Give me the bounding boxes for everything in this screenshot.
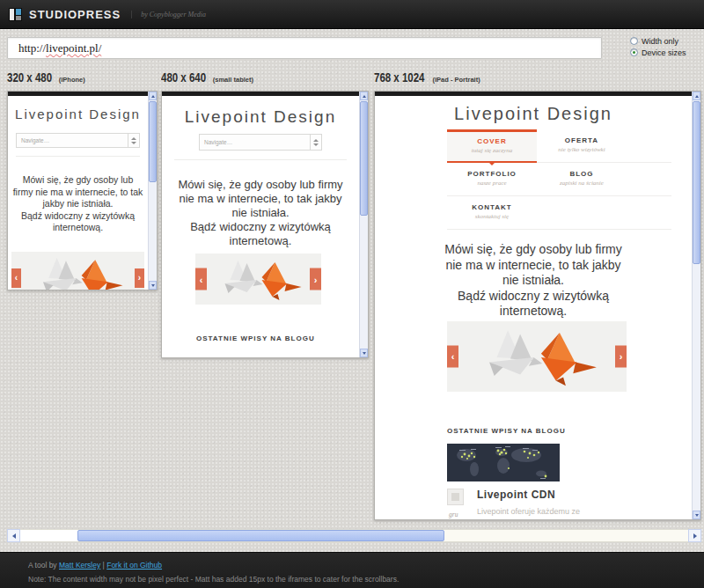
site-title: Livepoint Design [375,104,692,124]
origami-birds-illustration [471,327,603,388]
viewport-frame-480: Livepoint Design Navigate… Mówi się, że … [161,91,369,358]
scroll-up-button[interactable] [360,92,368,100]
footer-note: Note: The content width may not be pixel… [28,575,704,584]
blog-section-heading: OSTATNIE WPISY NA BLOGU [196,334,359,342]
nav-row: PORTFOLIO nasze prace BLOG zapiski na śc… [447,163,671,196]
carousel-next-button[interactable]: › [135,268,144,288]
nav-item-subtitle: nasze prace [447,180,537,187]
nav-item-subtitle: skontaktuj się [447,213,537,220]
carousel-prev-button[interactable]: ‹ [447,345,458,367]
intro-paragraph: Mówi się, że gdy osoby lub firmy nie ma … [12,174,143,234]
image-carousel: ‹ › [447,321,627,392]
carousel-next-button[interactable]: › [615,345,627,367]
url-prefix: http:// [18,41,46,55]
viewport-label-768: 768 x 1024 (iPad - Portrait) [374,70,480,85]
nav-item-label: BLOG [537,170,627,178]
radio-device-sizes-label[interactable]: Device sizes [642,48,686,57]
horizontal-scrollbar-thumb[interactable] [77,530,444,541]
post-format-icon [447,489,464,505]
scroll-left-button[interactable] [7,529,20,542]
image-carousel: ‹ › [195,254,321,305]
blog-post-item: gru 19 2012 Livepoint CDN Livepoint ofer… [447,489,692,520]
site-title: Livepoint Design [162,107,359,127]
nav-item-subtitle: nie tylko wizytówki [537,146,627,153]
vertical-scrollbar[interactable] [359,92,368,357]
nav-select-value: Navigate… [17,134,128,147]
nav-item-cover[interactable]: COVER tutaj się zaczyna [447,129,537,163]
post-body: Livepoint CDN Livepoint oferuje każdemu … [477,489,587,520]
scroll-down-button[interactable] [360,349,368,357]
brand-title: STUDIOPRESS [29,8,121,21]
post-meta: gru 19 2012 [447,489,473,520]
nav-item-oferta[interactable]: OFERTA nie tylko wizytówki [537,129,627,162]
viewport-label-480: 480 x 640 (small tablet) [161,70,253,85]
horizontal-scrollbar-track[interactable] [20,529,688,542]
scrollbar-track[interactable] [360,217,368,349]
nav-row: KONTAKT skontaktuj się [447,196,671,230]
scroll-right-button[interactable] [688,529,701,542]
divider [174,159,347,160]
post-thumbnail-world-map[interactable] [447,444,560,481]
nav-item-label: PORTFOLIO [447,170,537,178]
scroll-up-button[interactable] [693,92,700,100]
scroll-down-button[interactable] [149,281,157,290]
site-page: Livepoint Design COVER tutaj się zaczyna… [375,92,692,519]
scrollbar-track-lead[interactable] [20,530,77,541]
carousel-prev-button[interactable]: ‹ [195,268,207,290]
nav-item-label: COVER [447,137,537,145]
radio-width-only-icon[interactable] [630,37,638,45]
nav-item-portfolio[interactable]: PORTFOLIO nasze prace [447,163,537,195]
intro-paragraph: Mówi się, że gdy osoby lub firmy nie ma … [440,242,627,320]
site-topbar [162,92,359,96]
scrollbar-track[interactable] [693,265,700,511]
post-excerpt: Livepoint oferuje każdemu ze swoich klie… [477,506,587,520]
nav-item-blog[interactable]: BLOG zapiski na ścianie [537,163,627,195]
origami-birds-illustration [30,255,127,290]
scrollbar-thumb[interactable] [693,101,700,264]
fork-on-github-link[interactable]: Fork it on Github [106,561,162,570]
scrollbar-track[interactable] [149,183,157,281]
post-title-link[interactable]: Livepoint CDN [477,489,587,501]
scroll-up-button[interactable] [149,92,157,100]
radio-width-only-label[interactable]: Width only [642,37,678,46]
nav-item-kontakt[interactable]: KONTAKT skontaktuj się [447,196,537,229]
nav-select-value: Navigate… [200,135,310,150]
nav-item-label: OFERTA [537,136,627,144]
site-topbar [375,92,692,96]
viewport-frame-320: Livepoint Design Navigate… Mówi się, że … [7,91,158,290]
image-carousel: ‹ › [11,252,144,290]
studiopress-logo-icon [9,8,22,21]
brand-byline: by Copyblogger Media [131,11,206,18]
url-domain: livepoint.pl/ [46,41,101,55]
select-stepper-icon [310,135,321,150]
site-topbar [8,92,148,96]
url-input[interactable]: http://livepoint.pl/ [7,37,602,59]
nav-item-label: KONTAKT [447,203,537,211]
responsive-test-tool-page: { "header": { "brand": "STUDIOPRESS", "b… [0,0,704,588]
carousel-prev-button[interactable]: ‹ [11,268,21,288]
radio-device-sizes-icon[interactable] [630,48,638,56]
scrollbar-thumb[interactable] [149,101,157,182]
scrollbar-thumb[interactable] [360,101,368,216]
app-header: STUDIOPRESS by Copyblogger Media [0,0,704,29]
scroll-down-button[interactable] [693,511,700,519]
site-page: Livepoint Design Navigate… Mówi się, że … [162,92,359,357]
footer-credit-prefix: A tool by [28,561,57,570]
author-link[interactable]: Matt Kersley [59,561,100,570]
select-stepper-icon [128,134,139,147]
post-date: gru 19 2012 [447,511,473,520]
carousel-next-button[interactable]: › [310,268,321,290]
nav-item-subtitle: zapiski na ścianie [537,180,627,187]
vertical-scrollbar[interactable] [148,92,157,290]
blog-section-heading: OSTATNIE WPISY NA BLOGU [447,427,692,435]
nav-row: COVER tutaj się zaczyna OFERTA nie tylko… [447,129,671,163]
viewport-label-320: 320 x 480 (iPhone) [7,70,85,85]
origami-birds-illustration [212,258,304,302]
horizontal-scrollbar[interactable] [7,529,701,542]
radio-width-only[interactable]: Width only [630,35,686,47]
mobile-nav-select[interactable]: Navigate… [16,133,140,148]
nav-item-subtitle: tutaj się zaczyna [447,147,537,154]
radio-device-sizes[interactable]: Device sizes [630,47,686,58]
vertical-scrollbar[interactable] [692,92,700,519]
mobile-nav-select[interactable]: Navigate… [199,134,322,151]
